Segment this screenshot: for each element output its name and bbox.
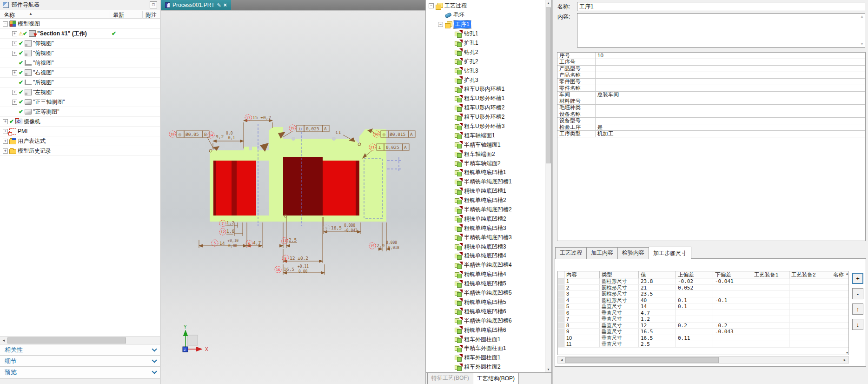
operation-item[interactable]: 扩孔2 — [426, 57, 545, 66]
cell-lower-tolerance[interactable] — [713, 285, 752, 291]
tree-item[interactable]: + "右视图" — [0, 68, 160, 78]
tree-item[interactable]: + "俯视图" — [0, 48, 160, 58]
operation-item[interactable]: 粗车U形外环槽3 — [426, 122, 545, 131]
tree-item-operation-selected[interactable]: − 工序1 — [426, 20, 545, 29]
cell-name[interactable] — [831, 310, 848, 316]
cell-upper-tolerance[interactable] — [676, 291, 713, 297]
cell-upper-tolerance[interactable] — [676, 341, 713, 347]
tree-item[interactable]: "后视图" — [0, 78, 160, 88]
3d-viewport[interactable]: 15 ±0,2 9,2 0,0 -0,1 ◎ Ø0,05 B ⊥ 0,025 A… — [161, 10, 425, 384]
cell-upper-tolerance[interactable]: -0.02 — [676, 278, 713, 284]
column-name[interactable]: 名称 — [4, 11, 15, 19]
operation-item[interactable]: 粗车U形内环槽1 — [426, 85, 545, 94]
cell-lower-tolerance[interactable] — [713, 310, 752, 316]
expand-toggle[interactable]: − — [3, 21, 8, 27]
row-gutter[interactable] — [558, 335, 564, 341]
cell-type[interactable]: 垂直尺寸 — [600, 323, 639, 329]
operation-item[interactable]: 半精铣单纯底凹槽3 — [426, 233, 545, 242]
column-latest[interactable]: 最新 — [110, 11, 124, 19]
expand-toggle[interactable] — [12, 61, 17, 66]
scrollbar-thumb[interactable] — [7, 337, 126, 344]
row-action-button[interactable]: - — [852, 288, 863, 299]
cell-value[interactable]: 2.5 — [639, 341, 676, 347]
section-view-canvas[interactable]: 15 ±0,2 9,2 0,0 -0,1 ◎ Ø0,05 B ⊥ 0,025 A… — [161, 11, 425, 384]
cell-name[interactable] — [831, 291, 848, 297]
cell-upper-tolerance[interactable] — [676, 310, 713, 316]
row-gutter[interactable] — [558, 316, 564, 322]
steps-table-row[interactable]: 8 垂直尺寸 12 0.2 -0.2 — [558, 323, 848, 329]
cell-upper-tolerance[interactable]: 0.11 — [676, 335, 713, 341]
operation-item[interactable]: 精铣单纯底凹槽2 — [426, 214, 545, 223]
expand-toggle[interactable]: + — [12, 51, 17, 56]
property-row[interactable]: 设备型号 — [557, 118, 865, 124]
scroll-up-icon[interactable]: ▲ — [860, 14, 864, 19]
operation-item[interactable]: 精铣单纯底凹槽3 — [426, 242, 545, 251]
property-row[interactable]: 工序类型 机加工 — [557, 131, 865, 137]
property-value[interactable] — [596, 72, 865, 78]
steps-table-row[interactable]: 2 圆柱形尺寸 21 0.052 — [558, 285, 848, 291]
expand-toggle[interactable]: + — [3, 129, 8, 134]
operation-item[interactable]: 半精车轴端面1 — [426, 140, 545, 149]
cell-value[interactable]: 16.5 — [639, 329, 676, 335]
steps-column-header[interactable]: 值 — [639, 271, 676, 278]
property-value[interactable]: 10 — [596, 53, 865, 59]
cell-value[interactable]: 16.5 — [639, 335, 676, 341]
property-row[interactable]: 零件名称 — [557, 85, 865, 92]
undock-button[interactable]: □ — [150, 1, 157, 8]
property-row[interactable]: 毛坯种类 — [557, 105, 865, 111]
steps-table-row[interactable]: 11 垂直尺寸 2.5 — [558, 341, 848, 348]
operation-item[interactable]: 扩孔3 — [426, 75, 545, 85]
expand-toggle[interactable]: + — [12, 90, 17, 95]
cell-tooling2[interactable] — [789, 297, 831, 303]
property-row[interactable]: 车间 总装车间 — [557, 92, 865, 98]
cell-value[interactable]: 23.5 — [639, 291, 676, 297]
process-view-tab[interactable]: 工艺结构(BOP) — [473, 372, 519, 384]
tree-item[interactable]: + "正三轴测图" — [0, 97, 160, 107]
steps-table-row[interactable]: 10 垂直尺寸 16.5 0.11 — [558, 335, 848, 342]
cell-name[interactable] — [831, 335, 848, 341]
cell-value[interactable]: 14 — [639, 303, 676, 310]
row-gutter[interactable] — [558, 303, 564, 310]
operation-item[interactable]: 半精铣单纯底凹槽5 — [426, 289, 545, 298]
operation-item[interactable]: 粗车U形外环槽2 — [426, 113, 545, 122]
cell-content[interactable]: 9 — [564, 329, 600, 335]
tree-item[interactable]: + "Section #1" (工作) ✔ — [0, 29, 160, 39]
right-flange-section[interactable] — [359, 129, 386, 218]
cell-upper-tolerance[interactable] — [676, 329, 713, 335]
cell-type[interactable]: 垂直尺寸 — [600, 341, 639, 347]
steps-table-row[interactable]: 9 垂直尺寸 16.5 -0.043 — [558, 329, 848, 335]
cell-content[interactable]: 4 — [564, 297, 600, 303]
expand-toggle[interactable] — [12, 109, 17, 115]
property-row[interactable]: 检验工序 是 — [557, 124, 865, 131]
cell-name[interactable] — [831, 316, 848, 322]
row-gutter[interactable] — [558, 291, 564, 297]
cell-content[interactable]: 2 — [564, 285, 600, 291]
tree-item[interactable]: + 模型历史记录 — [0, 146, 160, 156]
cell-tooling2[interactable] — [789, 303, 831, 310]
cell-lower-tolerance[interactable]: -0.041 — [713, 278, 752, 284]
operation-item[interactable]: 半精车外圆柱面1 — [426, 344, 545, 353]
steps-column-header[interactable]: 工艺装备2 — [789, 271, 831, 278]
machining-steps-table[interactable]: 内容 类型 值 上偏差 下偏差 工艺装备1 工艺装备2 名称 1 圆柱形尺寸 2… — [557, 271, 849, 355]
expand-toggle[interactable]: + — [3, 148, 8, 154]
cell-type[interactable]: 圆柱形尺寸 — [600, 291, 639, 297]
cell-name[interactable] — [831, 278, 848, 284]
cell-tooling2[interactable] — [789, 291, 831, 297]
property-row[interactable]: 零件图号 — [557, 79, 865, 85]
steps-table-row[interactable]: 4 圆柱形尺寸 40 0.1 -0.1 — [558, 297, 848, 304]
navigator-column-header[interactable]: 名称 ▲ 最新 附注 — [0, 10, 160, 19]
cell-content[interactable]: 5 — [564, 303, 600, 310]
scrollbar-thumb[interactable] — [546, 7, 551, 163]
cell-tooling2[interactable] — [789, 329, 831, 335]
expand-toggle[interactable]: + — [3, 119, 8, 124]
row-action-button[interactable]: ↑ — [852, 303, 863, 315]
cell-tooling1[interactable] — [752, 291, 789, 297]
cell-type[interactable]: 圆柱形尺寸 — [600, 285, 639, 291]
expand-toggle[interactable]: − — [438, 22, 443, 27]
tree-item[interactable]: + 摄像机 — [0, 117, 160, 127]
operation-item[interactable]: 钻孔1 — [426, 29, 545, 39]
property-row[interactable]: 产品名称 — [557, 72, 865, 79]
cell-content[interactable]: 11 — [564, 341, 600, 347]
machined-face-right[interactable] — [323, 161, 359, 216]
operation-item[interactable]: 精铣单纯底凹槽4 — [426, 270, 545, 279]
